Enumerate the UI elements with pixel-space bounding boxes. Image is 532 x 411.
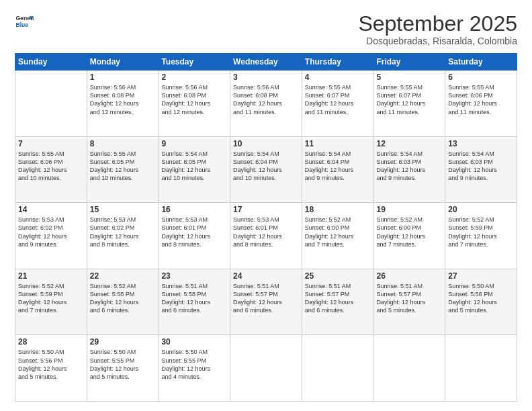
day-info: Sunrise: 5:50 AM Sunset: 5:55 PM Dayligh… <box>90 348 156 381</box>
table-row: 7Sunrise: 5:55 AM Sunset: 6:06 PM Daylig… <box>15 136 87 203</box>
svg-text:Blue: Blue <box>16 21 29 28</box>
table-row: 21Sunrise: 5:52 AM Sunset: 5:59 PM Dayli… <box>15 269 87 335</box>
day-number: 24 <box>233 271 299 281</box>
day-number: 8 <box>90 139 156 148</box>
table-row: 14Sunrise: 5:53 AM Sunset: 6:02 PM Dayli… <box>15 203 87 269</box>
day-info: Sunrise: 5:56 AM Sunset: 6:08 PM Dayligh… <box>90 83 156 116</box>
day-number: 11 <box>305 139 371 148</box>
day-number: 10 <box>233 139 299 148</box>
table-row <box>445 335 517 402</box>
day-number: 28 <box>18 337 84 347</box>
day-number: 27 <box>448 271 514 281</box>
table-row: 18Sunrise: 5:52 AM Sunset: 6:00 PM Dayli… <box>302 203 373 269</box>
day-number: 1 <box>90 73 156 82</box>
day-number: 20 <box>448 205 514 214</box>
table-row: 15Sunrise: 5:53 AM Sunset: 6:02 PM Dayli… <box>87 203 159 269</box>
day-info: Sunrise: 5:53 AM Sunset: 6:01 PM Dayligh… <box>161 216 227 248</box>
day-info: Sunrise: 5:55 AM Sunset: 6:06 PM Dayligh… <box>18 150 84 183</box>
table-row: 3Sunrise: 5:56 AM Sunset: 6:08 PM Daylig… <box>230 71 302 137</box>
table-row: 8Sunrise: 5:55 AM Sunset: 6:05 PM Daylig… <box>87 136 159 203</box>
calendar-week-2: 14Sunrise: 5:53 AM Sunset: 6:02 PM Dayli… <box>15 203 517 269</box>
calendar-table: Sunday Monday Tuesday Wednesday Thursday… <box>15 53 517 402</box>
col-thursday: Thursday <box>302 54 373 71</box>
table-row: 20Sunrise: 5:52 AM Sunset: 5:59 PM Dayli… <box>445 203 517 269</box>
calendar-week-0: 1Sunrise: 5:56 AM Sunset: 6:08 PM Daylig… <box>15 71 517 137</box>
day-info: Sunrise: 5:56 AM Sunset: 6:08 PM Dayligh… <box>233 83 299 116</box>
day-number: 16 <box>161 205 227 214</box>
subtitle: Dosquebradas, Risaralda, Colombia <box>358 36 517 46</box>
day-number: 14 <box>18 205 84 214</box>
day-number: 29 <box>90 337 156 347</box>
table-row: 28Sunrise: 5:50 AM Sunset: 5:56 PM Dayli… <box>15 335 87 402</box>
day-info: Sunrise: 5:52 AM Sunset: 5:59 PM Dayligh… <box>448 216 514 248</box>
col-sunday: Sunday <box>15 54 87 71</box>
day-info: Sunrise: 5:50 AM Sunset: 5:56 PM Dayligh… <box>18 348 84 381</box>
table-row: 11Sunrise: 5:54 AM Sunset: 6:04 PM Dayli… <box>302 136 373 203</box>
page: General Blue September 2025 Dosquebradas… <box>0 0 532 411</box>
day-info: Sunrise: 5:52 AM Sunset: 6:00 PM Dayligh… <box>377 216 443 248</box>
table-row: 9Sunrise: 5:54 AM Sunset: 6:05 PM Daylig… <box>159 136 230 203</box>
day-number: 15 <box>90 205 156 214</box>
day-info: Sunrise: 5:53 AM Sunset: 6:02 PM Dayligh… <box>18 216 84 248</box>
header-row: Sunday Monday Tuesday Wednesday Thursday… <box>15 54 517 71</box>
day-number: 13 <box>448 139 514 148</box>
day-number: 4 <box>305 73 371 82</box>
day-info: Sunrise: 5:54 AM Sunset: 6:04 PM Dayligh… <box>305 150 371 183</box>
day-info: Sunrise: 5:56 AM Sunset: 6:08 PM Dayligh… <box>161 83 227 116</box>
day-number: 12 <box>377 139 443 148</box>
table-row: 29Sunrise: 5:50 AM Sunset: 5:55 PM Dayli… <box>87 335 159 402</box>
logo: General Blue <box>15 12 34 31</box>
table-row: 2Sunrise: 5:56 AM Sunset: 6:08 PM Daylig… <box>159 71 230 137</box>
title-block: September 2025 Dosquebradas, Risaralda, … <box>358 12 517 46</box>
day-info: Sunrise: 5:53 AM Sunset: 6:01 PM Dayligh… <box>233 216 299 248</box>
table-row: 19Sunrise: 5:52 AM Sunset: 6:00 PM Dayli… <box>373 203 445 269</box>
table-row: 4Sunrise: 5:55 AM Sunset: 6:07 PM Daylig… <box>302 71 373 137</box>
table-row: 26Sunrise: 5:51 AM Sunset: 5:57 PM Dayli… <box>373 269 445 335</box>
day-info: Sunrise: 5:55 AM Sunset: 6:06 PM Dayligh… <box>448 83 514 116</box>
day-number: 26 <box>377 271 443 281</box>
day-number: 19 <box>377 205 443 214</box>
logo-icon: General Blue <box>15 12 34 31</box>
calendar-week-1: 7Sunrise: 5:55 AM Sunset: 6:06 PM Daylig… <box>15 136 517 203</box>
day-number: 21 <box>18 271 84 281</box>
day-info: Sunrise: 5:51 AM Sunset: 5:58 PM Dayligh… <box>161 282 227 315</box>
day-info: Sunrise: 5:52 AM Sunset: 5:58 PM Dayligh… <box>90 282 156 315</box>
day-info: Sunrise: 5:54 AM Sunset: 6:03 PM Dayligh… <box>377 150 443 183</box>
table-row: 12Sunrise: 5:54 AM Sunset: 6:03 PM Dayli… <box>373 136 445 203</box>
day-info: Sunrise: 5:55 AM Sunset: 6:07 PM Dayligh… <box>305 83 371 116</box>
day-number: 25 <box>305 271 371 281</box>
day-number: 9 <box>161 139 227 148</box>
day-number: 17 <box>233 205 299 214</box>
day-info: Sunrise: 5:51 AM Sunset: 5:57 PM Dayligh… <box>233 282 299 315</box>
col-wednesday: Wednesday <box>230 54 302 71</box>
day-number: 6 <box>448 73 514 82</box>
day-info: Sunrise: 5:52 AM Sunset: 6:00 PM Dayligh… <box>305 216 371 248</box>
month-title: September 2025 <box>358 12 517 36</box>
table-row: 10Sunrise: 5:54 AM Sunset: 6:04 PM Dayli… <box>230 136 302 203</box>
table-row: 30Sunrise: 5:50 AM Sunset: 5:55 PM Dayli… <box>159 335 230 402</box>
day-info: Sunrise: 5:54 AM Sunset: 6:03 PM Dayligh… <box>448 150 514 183</box>
day-number: 3 <box>233 73 299 82</box>
table-row: 1Sunrise: 5:56 AM Sunset: 6:08 PM Daylig… <box>87 71 159 137</box>
day-info: Sunrise: 5:50 AM Sunset: 5:56 PM Dayligh… <box>448 282 514 315</box>
col-saturday: Saturday <box>445 54 517 71</box>
day-number: 30 <box>161 337 227 347</box>
calendar-week-3: 21Sunrise: 5:52 AM Sunset: 5:59 PM Dayli… <box>15 269 517 335</box>
col-friday: Friday <box>373 54 445 71</box>
day-info: Sunrise: 5:54 AM Sunset: 6:05 PM Dayligh… <box>161 150 227 183</box>
table-row <box>302 335 373 402</box>
table-row <box>230 335 302 402</box>
day-info: Sunrise: 5:53 AM Sunset: 6:02 PM Dayligh… <box>90 216 156 248</box>
table-row: 24Sunrise: 5:51 AM Sunset: 5:57 PM Dayli… <box>230 269 302 335</box>
table-row: 16Sunrise: 5:53 AM Sunset: 6:01 PM Dayli… <box>159 203 230 269</box>
day-number: 22 <box>90 271 156 281</box>
table-row: 25Sunrise: 5:51 AM Sunset: 5:57 PM Dayli… <box>302 269 373 335</box>
col-tuesday: Tuesday <box>159 54 230 71</box>
table-row: 27Sunrise: 5:50 AM Sunset: 5:56 PM Dayli… <box>445 269 517 335</box>
table-row: 13Sunrise: 5:54 AM Sunset: 6:03 PM Dayli… <box>445 136 517 203</box>
calendar-week-4: 28Sunrise: 5:50 AM Sunset: 5:56 PM Dayli… <box>15 335 517 402</box>
table-row: 17Sunrise: 5:53 AM Sunset: 6:01 PM Dayli… <box>230 203 302 269</box>
day-info: Sunrise: 5:50 AM Sunset: 5:55 PM Dayligh… <box>161 348 227 381</box>
col-monday: Monday <box>87 54 159 71</box>
day-number: 23 <box>161 271 227 281</box>
